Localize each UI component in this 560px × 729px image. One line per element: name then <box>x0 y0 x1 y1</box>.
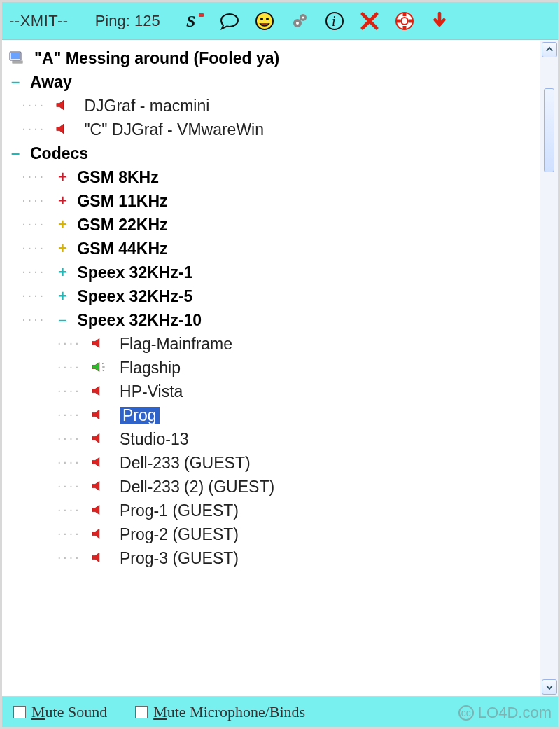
computer-icon <box>9 51 24 65</box>
codec-group-label[interactable]: GSM 44KHz <box>77 240 167 257</box>
speaker-icon <box>56 99 71 113</box>
scroll-track[interactable] <box>542 60 556 676</box>
gear-icon[interactable] <box>289 11 310 32</box>
speaker-icon <box>92 480 107 494</box>
user-item[interactable]: Prog-1 (GUEST) <box>120 502 239 519</box>
channel-tree[interactable]: "A" Messing around (Fooled ya)–Away ····… <box>2 41 540 696</box>
speaker-icon <box>92 408 107 422</box>
lifebuoy-icon[interactable] <box>394 11 415 32</box>
speaker-icon <box>92 504 107 518</box>
user-item[interactable]: HP-Vista <box>120 383 183 400</box>
ping-label: Ping: 125 <box>95 12 160 30</box>
svg-point-8 <box>302 16 304 18</box>
speaker-icon <box>92 384 107 398</box>
mute-mic-checkbox[interactable]: Mute Microphone/Binds <box>135 703 305 721</box>
smiley-icon[interactable] <box>254 11 275 32</box>
codec-group-label[interactable]: Speex 32KHz-10 <box>77 312 202 328</box>
speaker-icon <box>92 551 107 565</box>
svg-rect-1 <box>199 13 204 17</box>
away-group-label[interactable]: Away <box>30 74 72 90</box>
user-item[interactable]: Studio-13 <box>120 431 188 447</box>
speaker-icon <box>92 361 107 375</box>
svg-point-2 <box>256 13 273 29</box>
collapse-icon[interactable]: – <box>56 314 69 326</box>
s-icon[interactable]: S <box>184 11 205 32</box>
speaker-icon <box>92 527 107 541</box>
svg-text:i: i <box>332 13 336 29</box>
speaker-icon <box>92 432 107 446</box>
cc-icon: cc <box>458 705 474 721</box>
codec-group-label[interactable]: GSM 11KHz <box>77 193 167 209</box>
svg-rect-14 <box>11 53 20 59</box>
checkbox-box[interactable] <box>13 706 26 718</box>
vertical-scrollbar[interactable] <box>540 41 558 696</box>
scroll-down-button[interactable] <box>542 679 557 695</box>
watermark: cc LO4D.com <box>458 704 552 722</box>
user-item-selected[interactable]: Prog <box>120 407 160 424</box>
svg-text:S: S <box>186 12 195 30</box>
speaker-icon <box>56 123 71 137</box>
xmit-label: --XMIT-- <box>9 12 69 30</box>
svg-rect-15 <box>13 61 22 63</box>
watermark-text: LO4D.com <box>478 704 552 722</box>
codecs-group-label[interactable]: Codecs <box>30 145 88 162</box>
user-item[interactable]: Dell-233 (2) (GUEST) <box>120 478 274 495</box>
speaker-icon <box>92 456 107 470</box>
collapse-icon[interactable]: – <box>9 76 22 88</box>
speaker-icon <box>92 337 107 351</box>
user-item[interactable]: "C" DJGraf - VMwareWin <box>84 121 264 138</box>
mute-mic-label: Mute Microphone/Binds <box>153 703 305 721</box>
codec-group-label[interactable]: Speex 32KHz-1 <box>77 264 192 281</box>
scroll-up-button[interactable] <box>542 42 557 57</box>
expand-icon[interactable]: + <box>56 218 69 231</box>
mute-sound-label: Mute Sound <box>31 703 107 721</box>
collapse-icon[interactable]: – <box>9 147 22 160</box>
svg-point-7 <box>296 22 299 25</box>
expand-icon[interactable]: + <box>56 290 69 303</box>
user-item[interactable]: Flagship <box>120 359 181 376</box>
close-icon[interactable] <box>359 11 380 32</box>
user-item[interactable]: Dell-233 (GUEST) <box>120 454 251 471</box>
mute-sound-checkbox[interactable]: Mute Sound <box>13 703 107 721</box>
user-item[interactable]: Prog-3 (GUEST) <box>120 550 239 567</box>
toolbar: --XMIT-- Ping: 125 S i <box>2 2 558 40</box>
info-icon[interactable]: i <box>324 11 345 32</box>
svg-point-3 <box>260 18 263 20</box>
checkbox-box[interactable] <box>135 706 148 718</box>
expand-icon[interactable]: + <box>56 195 69 207</box>
svg-point-12 <box>401 18 408 25</box>
codec-group-label[interactable]: Speex 32KHz-5 <box>77 288 192 305</box>
chat-icon[interactable] <box>219 11 240 32</box>
tree-pane: "A" Messing around (Fooled ya)–Away ····… <box>2 40 558 696</box>
root-channel-label[interactable]: "A" Messing around (Fooled ya) <box>34 50 279 67</box>
app-window: --XMIT-- Ping: 125 S i <box>0 0 560 729</box>
codec-group-label[interactable]: GSM 22KHz <box>77 216 167 233</box>
expand-icon[interactable]: + <box>56 242 69 255</box>
expand-icon[interactable]: + <box>56 171 69 183</box>
svg-point-4 <box>266 18 269 20</box>
expand-icon[interactable]: + <box>56 266 69 279</box>
codec-group-label[interactable]: GSM 8KHz <box>77 169 158 186</box>
user-item[interactable]: Flag-Mainframe <box>120 335 232 352</box>
scroll-thumb[interactable] <box>544 88 554 172</box>
user-item[interactable]: DJGraf - macmini <box>84 97 209 114</box>
download-arrow-icon[interactable] <box>429 11 450 32</box>
user-item[interactable]: Prog-2 (GUEST) <box>120 526 239 543</box>
